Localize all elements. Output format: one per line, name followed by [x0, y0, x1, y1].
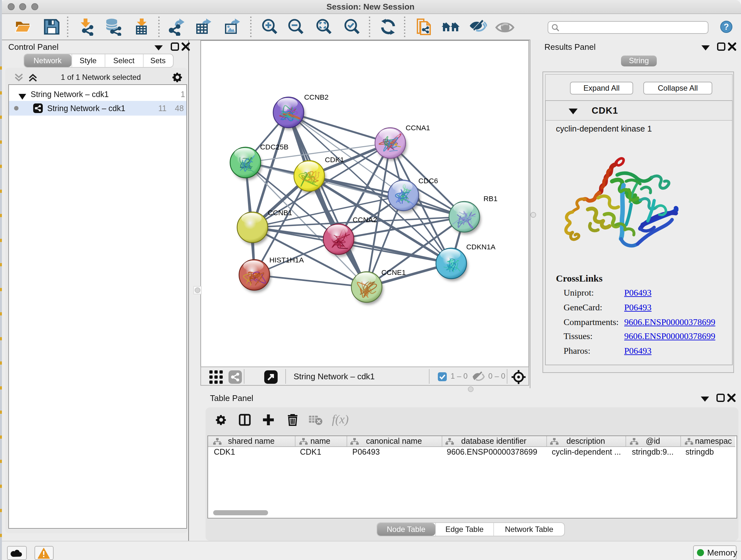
- svg-text:CDC25B: CDC25B: [260, 143, 288, 151]
- svg-text:CCNE1: CCNE1: [381, 268, 406, 276]
- svg-text:CDK1: CDK1: [325, 156, 344, 164]
- svg-text:CDC6: CDC6: [418, 177, 438, 185]
- svg-text:RB1: RB1: [483, 195, 497, 203]
- svg-text:HIST1H1A: HIST1H1A: [269, 256, 304, 264]
- svg-text:CCNB1: CCNB1: [268, 209, 292, 217]
- svg-text:CCNA2: CCNA2: [353, 216, 377, 224]
- svg-text:CCNA1: CCNA1: [406, 124, 430, 132]
- svg-text:CCNB2: CCNB2: [304, 93, 329, 101]
- svg-text:?: ?: [724, 22, 729, 32]
- svg-text:CDKN1A: CDKN1A: [466, 243, 496, 251]
